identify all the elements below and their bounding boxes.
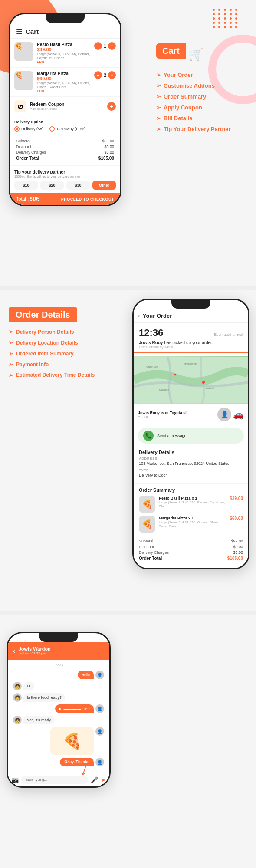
item2-increase-btn[interactable]: +	[108, 71, 116, 79]
od-chevron-3: ➢	[9, 350, 13, 357]
section-cart: ☰ Cart 🍕 Pesto Basil Pizza $39.00 Large …	[0, 0, 256, 286]
discount-val: $0.00	[104, 145, 114, 149]
item1-edit[interactable]: EDIT	[37, 60, 94, 64]
arrival-row: 12:36 Estimated arrival	[134, 323, 248, 340]
map-placeholder: Copper City Inwin Springs Cheyenne Louis…	[134, 356, 248, 404]
tip-10-btn[interactable]: $10	[14, 181, 38, 190]
takeaway-radio-circle	[49, 126, 55, 132]
map-svg: Copper City Inwin Springs Cheyenne Louis…	[134, 356, 248, 404]
audio-wave: ▬▬▬▬▬	[63, 707, 81, 711]
item1-decrease-btn[interactable]: −	[94, 42, 102, 50]
os-subtotal-label: Subtotal	[139, 539, 153, 543]
tip-buttons-row: $10 $20 $30 Other	[14, 181, 116, 190]
type-label: TYPE	[139, 468, 243, 472]
cart-menu-label-1: Your Order	[164, 72, 193, 78]
svg-text:📍: 📍	[200, 380, 207, 388]
od-chevron-1: ➢	[9, 329, 13, 335]
checkout-bar: Total : $105 PROCEED TO CHECKOUT	[10, 193, 120, 205]
chat-phone-notch	[39, 633, 78, 642]
send-message-btn[interactable]: 📞 Send a message	[138, 428, 244, 444]
cart-menu-item-1[interactable]: ➢ Your Order	[156, 72, 247, 78]
os-discount-label: Discount	[139, 545, 154, 549]
chat-msg-hi: 🧑 Hi	[11, 682, 106, 690]
cart-phone-mockup: ☰ Cart 🍕 Pesto Basil Pizza $39.00 Large …	[9, 13, 121, 206]
discount-row: Discount $0.00	[16, 145, 114, 149]
price-summary: Subtotal $99.00 Discount $0.00 Delivery …	[10, 135, 120, 166]
order-summary-section: Order Summary 🍕 Pesto Basil Pizza x 1 La…	[134, 484, 248, 568]
order-total-label: Order Total	[16, 156, 39, 161]
delivery-charge-label: Delivery Charges	[16, 150, 46, 155]
item2-name: Margarita Pizza	[37, 71, 94, 76]
tip-30-btn[interactable]: $30	[66, 181, 90, 190]
od-menu-label-5: Estimated Delivery Time Details	[16, 372, 95, 379]
cart-menu-label-6: Tip Your Delivery Partner	[164, 126, 231, 132]
discount-label: Discount	[16, 145, 31, 149]
back-arrow-icon[interactable]: ‹	[138, 312, 140, 319]
tip-20-btn[interactable]: $20	[40, 181, 64, 190]
os-total-val: $105.00	[227, 556, 243, 561]
od-menu-item-2[interactable]: ➢ Delivery Location Details	[9, 339, 100, 346]
takeaway-radio[interactable]: Takeaway (Free)	[49, 126, 85, 132]
item2-edit[interactable]: EDIT	[37, 89, 94, 93]
cart-title: Cart	[26, 28, 39, 35]
send-icon[interactable]: ➤	[101, 776, 106, 783]
chat-back-icon[interactable]: ‹	[13, 648, 15, 654]
os-item1-name: Pesto Basil Pizza x 1	[159, 496, 226, 500]
chat-avatar-user-3: 👤	[95, 727, 104, 736]
od-menu-item-5[interactable]: ➢ Estimated Delivery Time Details	[9, 372, 100, 379]
order-phone-notch	[171, 300, 210, 309]
chat-avatar-user-2: 👤	[95, 704, 104, 713]
delivery-status-sub: Latest arrival by 14:38	[139, 345, 243, 349]
chat-text-input[interactable]	[21, 776, 88, 784]
os-total-row: Order Total $105.00	[139, 556, 243, 561]
order-total-val: $105.00	[98, 156, 114, 161]
os-delivery-label: Delivery Charges	[139, 550, 169, 555]
tip-other-btn[interactable]: Other	[92, 181, 116, 190]
cart-menu-item-2[interactable]: ➢ Customise Addons	[156, 82, 247, 89]
order-phone-mockup: ‹ Your Order 12:36 Estimated arrival Jow…	[132, 299, 249, 569]
delivery-radio[interactable]: Delivery ($8)	[14, 126, 43, 132]
chevron-icon-1: ➢	[156, 72, 161, 78]
order-total-row: Order Total $105.00	[16, 156, 114, 161]
redeem-title: Redeem Coupon	[30, 102, 104, 107]
cart-menu-item-4[interactable]: ➢ Apply Coupon	[156, 104, 247, 111]
chat-avatar-driver-3: 🧑	[13, 716, 22, 724]
os-subtotal-val: $99.00	[231, 539, 243, 543]
cart-menu-item-5[interactable]: ➢ Bill Details	[156, 115, 247, 122]
cart-menu-item-6[interactable]: ➢ Tip Your Delivery Partner	[156, 126, 247, 132]
phone-notch	[46, 14, 85, 23]
cart-menu-item-3[interactable]: ➢ Order Summary	[156, 93, 247, 100]
order-phone-screen: ‹ Your Order 12:36 Estimated arrival Jow…	[134, 309, 248, 568]
svg-text:Louisville: Louisville	[206, 387, 214, 389]
item1-increase-btn[interactable]: +	[108, 42, 116, 50]
driver-name: Jowis Rooy is in Toyota sl	[138, 411, 214, 415]
add-coupon-btn[interactable]: +	[107, 102, 116, 111]
os-price-rows: Subtotal $99.00 Discount $0.00 Delivery …	[139, 536, 243, 565]
order-phone-container: ‹ Your Order 12:36 Estimated arrival Jow…	[132, 299, 249, 569]
type-val: Delivery to Door	[139, 473, 243, 477]
item1-qty-control: − 1 +	[94, 42, 116, 50]
item2-decrease-btn[interactable]: −	[94, 71, 102, 79]
cart-info-panel: Cart 🛒 ➢ Your Order ➢ Customise Addons ➢…	[156, 43, 247, 137]
od-menu-item-3[interactable]: ➢ Ordered Item Summary	[9, 350, 100, 357]
item1-desc: Large (Serve 3, 3.45 CM), Panner, Capsic…	[37, 52, 94, 60]
item2-qty-control: − 2 +	[94, 71, 116, 79]
address-val: 103 Market set, San Francisco, 92024 Uni…	[139, 461, 243, 466]
chat-avatar-driver-1: 🧑	[13, 682, 22, 690]
os-item2-price: $60.00	[230, 516, 243, 521]
checkout-total: Total : $105	[16, 197, 39, 201]
os-delivery-row: Delivery Charges $6.00	[139, 550, 243, 555]
driver-row: Jowis Rooy is in Toyota sl YS0BL 👤 🚗	[134, 404, 248, 425]
tip-sub: 100% of the tip will go to your delivery…	[14, 174, 116, 178]
chat-header: ‹ Jowis Wardon last sen 03:22 pm	[8, 642, 109, 660]
tip-title: Tip your delivery partner	[14, 170, 116, 174]
chat-messages-area: Today Hello 👤 🧑 Hi 🧑 Is there food	[8, 660, 109, 773]
od-menu-item-1[interactable]: ➢ Delivery Person Details	[9, 329, 100, 335]
mic-icon: 🎤	[91, 776, 98, 783]
os-delivery-val: $6.00	[233, 550, 243, 555]
os-item1-info: Pesto Basil Pizza x 1 Large (Serve 3, 3.…	[159, 496, 226, 508]
chat-pizza-image: 🍕	[50, 727, 94, 755]
od-menu-item-4[interactable]: ➢ Payment Info	[9, 361, 100, 368]
checkout-btn[interactable]: PROCEED TO CHECKOUT	[61, 197, 114, 201]
od-menu-label-3: Ordered Item Summary	[16, 351, 74, 357]
